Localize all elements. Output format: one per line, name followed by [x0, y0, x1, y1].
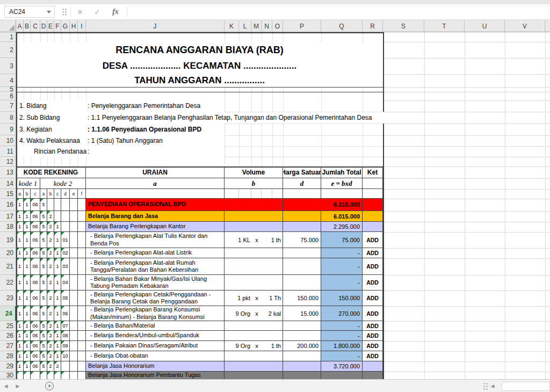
column-header-H[interactable]: H	[70, 20, 78, 32]
header-col-d[interactable]: d	[283, 178, 321, 188]
jumlah-cell[interactable]: -	[321, 331, 363, 340]
subcol-letter-5[interactable]: b	[47, 189, 54, 198]
code-cell[interactable]	[78, 199, 86, 210]
row-header-14[interactable]: 14	[0, 178, 16, 189]
code-cell[interactable]: 06	[31, 361, 40, 371]
code-cell[interactable]: 06	[31, 248, 40, 258]
code-cell[interactable]: 5	[40, 361, 47, 371]
row-header-29[interactable]: 29	[0, 361, 16, 372]
harga-cell[interactable]: 75.000	[283, 232, 321, 248]
new-sheet-button[interactable]: +	[45, 382, 54, 390]
harga-cell[interactable]: 200.000	[283, 341, 321, 351]
code-cell[interactable]: 5	[40, 248, 47, 258]
subcol-letter-6[interactable]: c	[54, 189, 61, 198]
uraian-cell[interactable]: - Belanja Pakaian Dinas/Seragam/Atribut	[86, 341, 225, 351]
volume-cell[interactable]	[225, 248, 283, 258]
volume-cell[interactable]	[225, 275, 283, 290]
code-cell[interactable]: 1	[24, 222, 31, 231]
code-cell[interactable]: 5	[40, 211, 47, 221]
uraian-cell[interactable]: - Belanja Perlengkapan Alat-alat Rumah T…	[86, 258, 225, 274]
code-cell[interactable]: 2	[47, 248, 54, 258]
row-header-21[interactable]: 21	[0, 258, 16, 275]
jumlah-cell[interactable]	[321, 372, 363, 379]
code-cell[interactable]: 10	[61, 351, 70, 361]
row-header-10[interactable]: 10	[0, 135, 16, 146]
code-cell[interactable]: 1	[16, 211, 24, 221]
code-cell[interactable]	[78, 331, 86, 340]
column-header-D[interactable]: D	[40, 20, 47, 32]
code-cell[interactable]: 06	[31, 199, 40, 210]
code-cell[interactable]	[78, 291, 86, 306]
code-cell[interactable]	[70, 275, 78, 290]
code-cell[interactable]	[78, 232, 86, 248]
code-cell[interactable]: 1	[16, 275, 24, 290]
column-header-M[interactable]: M	[251, 20, 262, 32]
uraian-cell[interactable]: - Belanja Obat-obatan	[86, 351, 225, 361]
code-cell[interactable]	[31, 372, 40, 379]
volume-cell[interactable]	[225, 199, 283, 210]
code-cell[interactable]: 03	[61, 258, 70, 274]
row-header-30[interactable]: 30	[0, 372, 16, 379]
header-uraian[interactable]: URAIAN	[86, 166, 225, 178]
code-cell[interactable]: 1	[24, 232, 31, 248]
code-cell[interactable]	[70, 331, 78, 340]
code-cell[interactable]: 1	[16, 232, 24, 248]
column-header-E[interactable]: E	[47, 20, 54, 32]
ket-cell[interactable]: ADD	[363, 331, 383, 340]
code-cell[interactable]	[70, 306, 78, 321]
code-cell[interactable]	[78, 306, 86, 321]
uraian-cell[interactable]: Belanja Jasa Honorarium Pembantu Tugas	[86, 372, 225, 379]
code-cell[interactable]: 1	[54, 331, 61, 340]
code-cell[interactable]: 06	[31, 222, 40, 231]
header-col-ket-blank[interactable]	[363, 178, 383, 188]
uraian-cell[interactable]: - Belanja Bahan/Material	[86, 321, 225, 330]
code-cell[interactable]: 1	[54, 275, 61, 290]
cancel-icon[interactable]: ✕	[73, 6, 87, 18]
jumlah-cell[interactable]: 3.720.000	[321, 361, 363, 371]
code-cell[interactable]	[78, 222, 86, 231]
formula-bar-input[interactable]	[129, 6, 550, 18]
code-cell[interactable]	[78, 372, 86, 379]
code-cell[interactable]	[78, 275, 86, 290]
code-cell[interactable]: 1	[24, 306, 31, 321]
code-cell[interactable]	[78, 361, 86, 371]
code-cell[interactable]: 5	[40, 306, 47, 321]
code-cell[interactable]: 2	[47, 275, 54, 290]
code-cell[interactable]: 2	[54, 361, 61, 371]
code-cell[interactable]: 1	[16, 306, 24, 321]
code-cell[interactable]: 1	[16, 222, 24, 231]
jumlah-cell[interactable]: -	[321, 321, 363, 330]
code-cell[interactable]	[78, 248, 86, 258]
row-header-1[interactable]: 1	[0, 32, 16, 42]
code-cell[interactable]: 04	[61, 275, 70, 290]
code-cell[interactable]: 2	[47, 232, 54, 248]
volume-cell[interactable]: 1 pktx1 Th	[225, 291, 283, 306]
row-header-5[interactable]: 5	[0, 87, 16, 92]
row-header-15[interactable]: 15	[0, 189, 16, 199]
code-cell[interactable]: 5	[40, 275, 47, 290]
insert-function-icon[interactable]: fx	[108, 6, 122, 18]
code-cell[interactable]: 5	[40, 222, 47, 231]
row-header-7[interactable]: 7	[0, 100, 16, 112]
subrow-harga-blank[interactable]	[283, 189, 321, 198]
code-cell[interactable]: 5	[40, 351, 47, 361]
tabbar-resize-handle-icon[interactable]	[483, 383, 488, 390]
harga-cell[interactable]	[283, 258, 321, 274]
column-header-P[interactable]: P	[283, 20, 321, 32]
ket-cell[interactable]: ADD	[363, 232, 383, 248]
name-box-dropdown-icon[interactable]	[47, 11, 51, 13]
code-cell[interactable]	[70, 372, 78, 379]
code-cell[interactable]: 2	[47, 258, 54, 274]
code-cell[interactable]: 06	[31, 341, 40, 351]
code-cell[interactable]: 06	[31, 232, 40, 248]
volume-cell[interactable]	[225, 372, 283, 379]
code-cell[interactable]: 1	[24, 211, 31, 221]
code-cell[interactable]: 1	[24, 361, 31, 371]
tab-scroll-right-icon[interactable]: ▶	[12, 380, 24, 392]
spreadsheet-grid[interactable]: 1234567891011121314151617181920212223242…	[0, 32, 550, 379]
subcol-letter-9[interactable]: f	[78, 189, 86, 198]
jumlah-cell[interactable]: 150.000	[321, 291, 363, 306]
harga-cell[interactable]	[283, 372, 321, 379]
code-cell[interactable]: 02	[61, 248, 70, 258]
header-col-a[interactable]: a	[86, 178, 225, 188]
